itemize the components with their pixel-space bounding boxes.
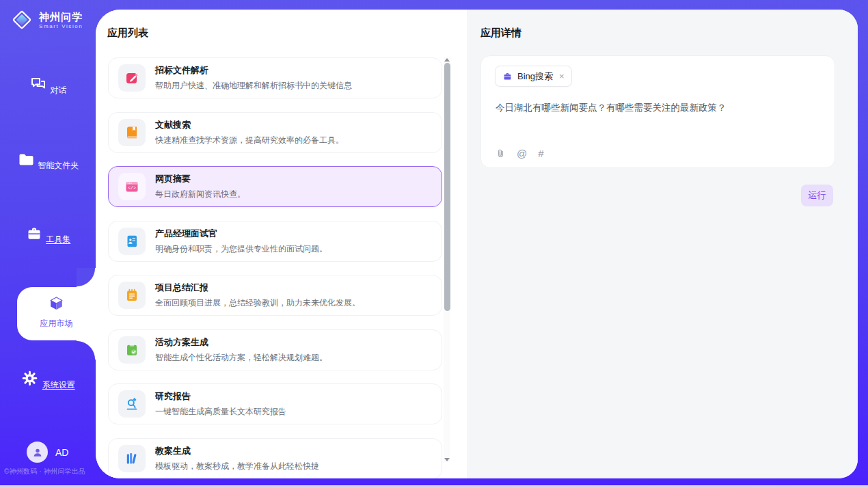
sidebar-item-app-market-active[interactable]: 应用市场 <box>17 287 96 340</box>
sidebar-item-label: 智能文件夹 <box>38 160 79 172</box>
app-card-literature-search[interactable]: 文献搜索 快速精准查找学术资源，提高研究效率的必备工具。 <box>108 112 442 153</box>
pen-square-icon <box>124 70 140 86</box>
app-card-web-summary-selected[interactable]: </> 网页摘要 每日政府新闻资讯快查。 <box>108 166 442 207</box>
app-list: 招标文件解析 帮助用户快速、准确地理解和解析招标书中的关键信息 文献搜索 <box>108 57 442 478</box>
sidebar-item-label: 系统设置 <box>42 379 75 391</box>
app-title: 活动方案生成 <box>155 336 327 349</box>
app-desc: 智能生成个性化活动方案，轻松解决规划难题。 <box>155 352 327 364</box>
app-desc: 全面回顾项目进展，总结经验教训，助力未来优化发展。 <box>155 297 360 309</box>
microscope-icon <box>124 396 140 412</box>
app-details-title: 应用详情 <box>480 27 521 40</box>
brand-subtitle: Smart Vision <box>39 23 83 29</box>
avatar <box>27 442 48 463</box>
resume-icon <box>124 233 140 249</box>
chat-icon <box>29 75 47 93</box>
scrollbar-thumb[interactable] <box>444 63 450 311</box>
run-button[interactable]: 运行 <box>801 185 833 206</box>
app-card-project-summary[interactable]: 项目总结汇报 全面回顾项目进展，总结经验教训，助力未来优化发展。 <box>108 275 442 316</box>
bottom-edge-strip <box>0 485 868 488</box>
folder-icon <box>17 150 35 168</box>
scroll-up-arrow-icon[interactable] <box>444 58 450 62</box>
book-icon <box>124 124 140 141</box>
person-icon <box>31 446 44 459</box>
copyright-text: ©神州数码 · 神州问学出品 <box>4 467 96 476</box>
sidebar-item-label: 应用市场 <box>17 318 96 329</box>
sidebar-item-toolset[interactable]: 工具集 <box>0 224 96 245</box>
app-desc: 一键智能生成高质量长文本研究报告 <box>155 406 286 418</box>
app-desc: 明确身份和职责，为您提供专业性的面试问题。 <box>155 243 327 255</box>
user-chip[interactable]: AD <box>27 442 68 463</box>
hash-tag-icon[interactable]: # <box>538 148 543 159</box>
briefcase-icon <box>502 71 513 81</box>
paperclip-icon[interactable] <box>496 148 506 159</box>
svg-text:</>: </> <box>128 186 136 191</box>
brand-logo: 神州问学 Smart Vision <box>10 8 83 32</box>
diamond-logo-icon <box>10 8 34 32</box>
app-title: 项目总结汇报 <box>155 282 360 294</box>
cube-icon <box>47 295 66 313</box>
app-card-event-plan[interactable]: 活动方案生成 智能生成个性化活动方案，轻松解决规划难题。 <box>108 329 442 370</box>
toolbox-icon <box>25 224 43 242</box>
app-root: 神州问学 Smart Vision 对话 智能文件夹 工具集 <box>0 0 868 488</box>
app-details-panel: 应用详情 Bing搜索 × 今日湖北有哪些新闻要点？有哪些需要关注的最新政策？ … <box>467 10 858 478</box>
app-list-panel: 应用列表 招标文件解析 帮助用户快速、准确地理解和解析招标书中的关键信息 <box>96 10 467 478</box>
app-title: 研究报告 <box>155 390 286 403</box>
sidebar-item-label: 对话 <box>50 85 66 96</box>
sidebar-item-chat[interactable]: 对话 <box>0 75 96 96</box>
books-icon <box>124 450 140 467</box>
app-list-title: 应用列表 <box>107 27 148 40</box>
app-card-bid-document-parse[interactable]: 招标文件解析 帮助用户快速、准确地理解和解析招标书中的关键信息 <box>108 57 442 98</box>
app-title: 文献搜索 <box>155 119 344 131</box>
at-mention-icon[interactable]: @ <box>517 148 527 159</box>
gear-icon <box>21 369 39 388</box>
sidebar-item-label: 工具集 <box>46 234 70 245</box>
sidebar: 神州问学 Smart Vision 对话 智能文件夹 工具集 <box>0 0 96 488</box>
composer-toolbar: @ # <box>496 148 544 159</box>
app-desc: 帮助用户快速、准确地理解和解析招标书中的关键信息 <box>155 80 352 92</box>
tag-close-icon[interactable]: × <box>559 72 565 81</box>
brand-title: 神州问学 <box>39 11 83 23</box>
app-card-pm-interviewer[interactable]: 产品经理面试官 明确身份和职责，为您提供专业性的面试问题。 <box>108 221 442 262</box>
tool-tag-bing-search[interactable]: Bing搜索 × <box>495 66 572 87</box>
browser-code-icon: </> <box>124 178 140 195</box>
question-text[interactable]: 今日湖北有哪些新闻要点？有哪些需要关注的最新政策？ <box>496 101 822 114</box>
active-tab-curve-top <box>77 268 96 287</box>
tool-tag-label: Bing搜索 <box>517 70 553 83</box>
app-desc: 模板驱动，教案秒成，教学准备从此轻松快捷 <box>155 461 319 472</box>
scroll-down-arrow-icon[interactable] <box>444 458 450 461</box>
app-card-lesson-plan[interactable]: 教案生成 模板驱动，教案秒成，教学准备从此轻松快捷 <box>108 438 442 479</box>
sidebar-item-settings[interactable]: 系统设置 <box>0 369 96 391</box>
prompt-card: Bing搜索 × 今日湖北有哪些新闻要点？有哪些需要关注的最新政策？ @ # <box>480 55 835 168</box>
app-title: 产品经理面试官 <box>155 228 327 240</box>
sidebar-item-smart-folder[interactable]: 智能文件夹 <box>0 150 96 172</box>
app-list-scrollbar[interactable] <box>444 57 450 462</box>
app-title: 教案生成 <box>155 445 319 457</box>
app-title: 网页摘要 <box>155 173 245 185</box>
clipboard-check-icon <box>124 342 140 358</box>
main-window: 应用列表 招标文件解析 帮助用户快速、准确地理解和解析招标书中的关键信息 <box>96 10 858 478</box>
notepad-icon <box>124 287 140 303</box>
user-name: AD <box>55 447 68 458</box>
app-title: 招标文件解析 <box>155 64 352 77</box>
active-tab-curve-bottom <box>77 340 96 360</box>
app-card-research-report[interactable]: 研究报告 一键智能生成高质量长文本研究报告 <box>108 383 442 424</box>
app-desc: 快速精准查找学术资源，提高研究效率的必备工具。 <box>155 135 344 146</box>
app-desc: 每日政府新闻资讯快查。 <box>155 189 245 200</box>
